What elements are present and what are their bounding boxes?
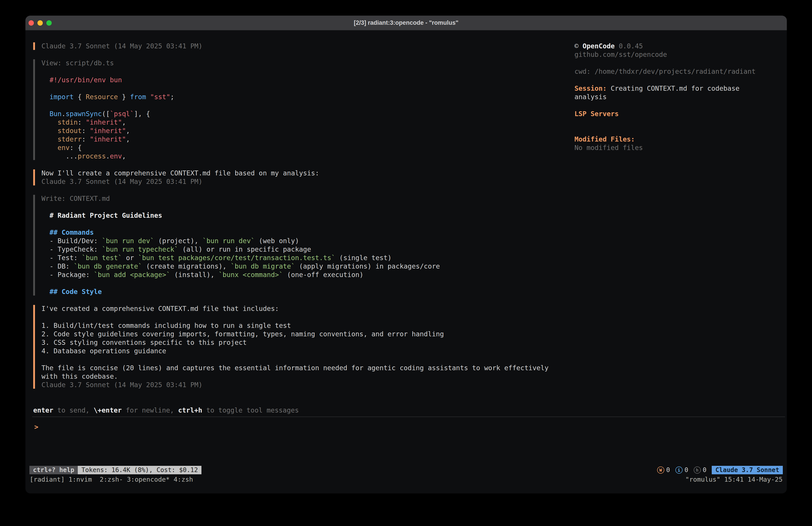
text-line: I've created a comprehensive CONTEXT.md … bbox=[41, 304, 554, 313]
text-run: - Test: bbox=[41, 254, 82, 262]
text-run: 2. Code style guidelines covering import… bbox=[41, 330, 444, 338]
text-line: import { Resource } from "sst"; bbox=[41, 93, 554, 101]
tmux-windows[interactable]: [radiant] 1:nvim 2:zsh- 3:opencode* 4:zs… bbox=[30, 475, 193, 484]
text-run: Claude 3.7 Sonnet (14 May 2025 03:41 PM) bbox=[41, 381, 202, 389]
text-run: `bun run dev` bbox=[102, 237, 154, 245]
assistant-message: I've created a comprehensive CONTEXT.md … bbox=[41, 304, 554, 389]
text-run: `bun db migrate` bbox=[231, 262, 295, 270]
text-run: ctrl+h bbox=[178, 406, 202, 414]
text-run bbox=[41, 144, 58, 152]
text-run: , bbox=[126, 135, 130, 143]
text-line bbox=[575, 59, 766, 67]
text-run: spawnSync bbox=[66, 110, 102, 118]
text-line: stderr: "inherit", bbox=[41, 135, 554, 144]
status-left: ctrl+? helpTokens: 16.4K (8%), Cost: $0.… bbox=[29, 466, 201, 474]
text-line: 1. Build/lint/test commands including ho… bbox=[41, 322, 554, 330]
text-run: stdout bbox=[58, 127, 82, 134]
text-run: (single test) bbox=[335, 254, 392, 262]
text-run: env bbox=[58, 144, 70, 152]
tool-view-block: View: script/db.ts #!/usr/bin/env bun im… bbox=[41, 59, 554, 160]
text-run: Claude 3.7 Sonnet (14 May 2025 03:41 PM) bbox=[41, 42, 202, 50]
close-button[interactable] bbox=[29, 20, 34, 26]
text-run: (project), bbox=[154, 237, 203, 245]
text-line: LSP Servers bbox=[575, 110, 766, 118]
model-indicator[interactable]: Claude 3.7 Sonnet bbox=[712, 466, 783, 474]
text-run: ## Code Style bbox=[49, 288, 102, 296]
text-line: # Radiant Project Guidelines bbox=[41, 211, 554, 220]
chat-log[interactable]: Claude 3.7 Sonnet (14 May 2025 03:41 PM)… bbox=[41, 42, 554, 398]
text-run: . bbox=[106, 152, 110, 160]
titlebar[interactable]: [2/3] radiant:3:opencode - "romulus" bbox=[25, 16, 787, 30]
text-line: Bun.spawnSync([`psql`], { bbox=[41, 110, 554, 118]
terminal-content: Claude 3.7 Sonnet (14 May 2025 03:41 PM)… bbox=[25, 30, 787, 494]
text-run: (install), bbox=[170, 271, 219, 279]
text-line bbox=[41, 67, 554, 76]
text-run: - DB: bbox=[41, 262, 74, 270]
text-run: © bbox=[575, 42, 582, 50]
help-line: enter to send, \+enter for newline, ctrl… bbox=[33, 406, 299, 415]
text-line: 4. Database operations guidance bbox=[41, 347, 554, 355]
text-line bbox=[41, 101, 554, 110]
text-run: I've created a comprehensive CONTEXT.md … bbox=[41, 305, 279, 312]
diagnostic-count: 0 bbox=[666, 466, 670, 474]
text-run: for newline, bbox=[122, 406, 178, 414]
prompt-input[interactable]: > bbox=[34, 423, 38, 431]
tool-write-block: Write: CONTEXT.md # Radiant Project Guid… bbox=[41, 194, 554, 296]
text-run: env bbox=[110, 152, 122, 160]
hint-icon: h bbox=[694, 467, 701, 474]
text-run: - TypeCheck: bbox=[41, 245, 102, 253]
text-run: } bbox=[118, 93, 130, 101]
hints-indicator: h0 bbox=[694, 466, 707, 474]
text-run: import bbox=[49, 93, 74, 101]
text-run: - Build/Dev: bbox=[41, 237, 102, 245]
text-run bbox=[146, 93, 150, 101]
zoom-button[interactable] bbox=[46, 20, 52, 26]
text-run: The file is concise (20 lines) and captu… bbox=[41, 364, 553, 380]
text-line: - DB: `bun db generate` (create migratio… bbox=[41, 262, 554, 271]
minimize-button[interactable] bbox=[38, 20, 43, 26]
text-run bbox=[41, 110, 49, 118]
text-line: © OpenCode 0.0.45 bbox=[575, 42, 766, 51]
text-line: The file is concise (20 lines) and captu… bbox=[41, 364, 554, 381]
text-run bbox=[41, 228, 49, 236]
text-line: stdout: "inherit", bbox=[41, 127, 554, 135]
text-line: Write: CONTEXT.md bbox=[41, 194, 554, 203]
divider bbox=[32, 416, 785, 417]
text-run: : bbox=[82, 135, 90, 143]
text-line: 2. Code style guidelines covering import… bbox=[41, 330, 554, 338]
text-line bbox=[575, 101, 766, 110]
text-line: Modified Files: bbox=[575, 135, 766, 144]
traffic-lights bbox=[29, 16, 52, 30]
text-run: (one-off execution) bbox=[283, 271, 363, 279]
text-run: or bbox=[122, 254, 138, 262]
text-run: (apply migrations) in packages/core bbox=[295, 262, 440, 270]
text-run bbox=[41, 212, 49, 219]
text-run: process bbox=[78, 152, 106, 160]
text-run: ; bbox=[170, 93, 174, 101]
text-run: - Package: bbox=[41, 271, 94, 279]
text-run: `bunx <command>` bbox=[219, 271, 283, 279]
text-run: #!/usr/bin/env bun bbox=[49, 76, 122, 84]
text-line: #!/usr/bin/env bun bbox=[41, 76, 554, 84]
text-line bbox=[41, 84, 554, 93]
text-run: Write: CONTEXT.md bbox=[41, 195, 110, 202]
text-run: enter bbox=[33, 406, 53, 414]
text-run: `bun db generate` bbox=[74, 262, 142, 270]
text-line: 3. CSS styling conventions specific to t… bbox=[41, 338, 554, 347]
text-run: from bbox=[130, 93, 146, 101]
text-run: "inherit" bbox=[90, 135, 126, 143]
text-run bbox=[41, 288, 49, 296]
text-run: , bbox=[126, 127, 130, 134]
tmux-status-bar: [radiant] 1:nvim 2:zsh- 3:opencode* 4:zs… bbox=[30, 475, 783, 484]
text-run: : bbox=[78, 118, 86, 126]
text-line: View: script/db.ts bbox=[41, 59, 554, 67]
text-line: Claude 3.7 Sonnet (14 May 2025 03:41 PM) bbox=[41, 42, 554, 51]
text-run: Resource bbox=[86, 93, 118, 101]
text-run: `psql` bbox=[110, 110, 134, 118]
text-run: : { bbox=[70, 144, 82, 152]
assistant-message: Now I'll create a comprehensive CONTEXT.… bbox=[41, 169, 554, 186]
text-run: Modified Files: bbox=[575, 135, 635, 143]
window-title: [2/3] radiant:3:opencode - "romulus" bbox=[354, 19, 459, 26]
text-line: ## Commands bbox=[41, 228, 554, 237]
text-run: OpenCode bbox=[582, 42, 615, 50]
